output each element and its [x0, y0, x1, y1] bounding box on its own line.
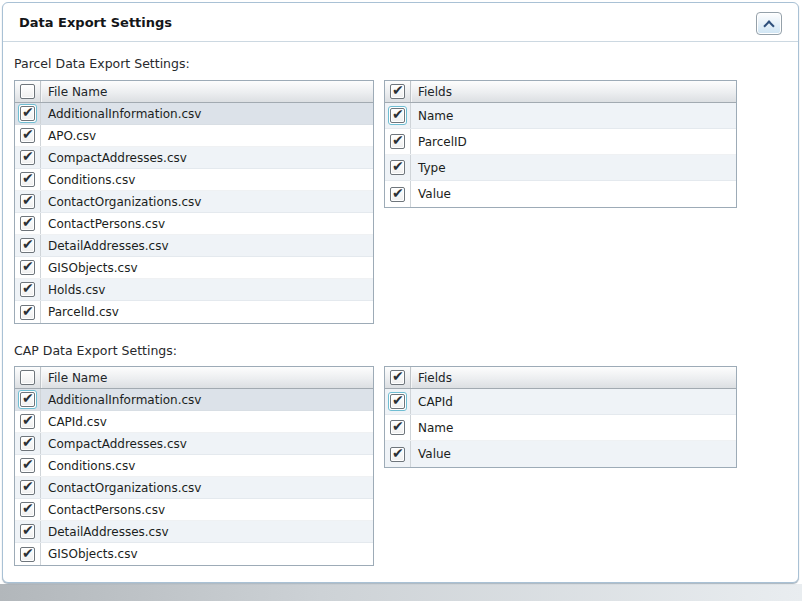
- select-all-checkbox[interactable]: [20, 370, 35, 385]
- table-body: AdditionalInformation.csvCAPId.csvCompac…: [15, 389, 373, 565]
- row-label: ContactOrganizations.csv: [41, 191, 373, 212]
- table-row[interactable]: ParcelID: [385, 129, 736, 155]
- row-label: Type: [411, 155, 736, 180]
- table-header-row: Fields: [385, 367, 736, 389]
- row-label: ContactPersons.csv: [41, 213, 373, 234]
- bottom-edge: [0, 584, 802, 601]
- row-label: DetailAddresses.csv: [41, 521, 373, 542]
- row-checkbox[interactable]: [390, 134, 405, 149]
- row-label: Conditions.csv: [41, 455, 373, 476]
- row-label: Value: [411, 441, 736, 467]
- row-label: APO.csv: [41, 125, 373, 146]
- table-row[interactable]: Value: [385, 181, 736, 207]
- table-row[interactable]: ContactPersons.csv: [15, 213, 373, 235]
- row-checkbox[interactable]: [20, 260, 35, 275]
- table-row[interactable]: CompactAddresses.csv: [15, 433, 373, 455]
- table-row[interactable]: Conditions.csv: [15, 455, 373, 477]
- row-label: ContactOrganizations.csv: [41, 477, 373, 498]
- checkbox-cell: [15, 125, 41, 146]
- select-all-checkbox[interactable]: [20, 84, 35, 99]
- table-row[interactable]: CAPId: [385, 389, 736, 415]
- table-row[interactable]: Conditions.csv: [15, 169, 373, 191]
- row-checkbox[interactable]: [20, 106, 35, 121]
- checkbox-cell: [15, 499, 41, 520]
- table-row[interactable]: DetailAddresses.csv: [15, 521, 373, 543]
- row-checkbox[interactable]: [20, 128, 35, 143]
- row-checkbox[interactable]: [20, 436, 35, 451]
- data-export-settings-page: Data Export Settings Parcel Data Export …: [0, 0, 802, 601]
- checkbox-cell: [15, 521, 41, 542]
- table-row[interactable]: DetailAddresses.csv: [15, 235, 373, 257]
- table-row[interactable]: Value: [385, 441, 736, 467]
- row-label: GISObjects.csv: [41, 257, 373, 278]
- table-row[interactable]: Type: [385, 155, 736, 181]
- table-row[interactable]: AdditionalInformation.csv: [15, 389, 373, 411]
- header-checkbox-cell: [15, 81, 41, 102]
- checkbox-cell: [15, 389, 41, 410]
- row-checkbox[interactable]: [20, 216, 35, 231]
- row-checkbox[interactable]: [390, 447, 405, 462]
- row-checkbox[interactable]: [390, 394, 405, 409]
- table-row[interactable]: AdditionalInformation.csv: [15, 103, 373, 125]
- row-checkbox[interactable]: [390, 160, 405, 175]
- checkbox-cell: [385, 389, 411, 414]
- row-checkbox[interactable]: [20, 172, 35, 187]
- column-header: File Name: [41, 81, 373, 102]
- table-row[interactable]: Holds.csv: [15, 279, 373, 301]
- row-checkbox[interactable]: [20, 238, 35, 253]
- checkbox-focus-ring: [18, 170, 37, 189]
- checkbox-cell: [385, 155, 411, 180]
- row-checkbox[interactable]: [20, 305, 35, 320]
- checkbox-focus-ring: [18, 412, 37, 431]
- row-checkbox[interactable]: [390, 108, 405, 123]
- row-checkbox[interactable]: [390, 420, 405, 435]
- page-title: Data Export Settings: [19, 3, 172, 42]
- table-row[interactable]: ContactPersons.csv: [15, 499, 373, 521]
- row-checkbox[interactable]: [20, 480, 35, 495]
- checkbox-focus-ring: [388, 418, 407, 437]
- row-checkbox[interactable]: [390, 187, 405, 202]
- row-checkbox[interactable]: [20, 150, 35, 165]
- checkbox-focus-ring: [18, 236, 37, 255]
- select-all-checkbox[interactable]: [390, 84, 405, 99]
- checkbox-cell: [385, 415, 411, 440]
- row-checkbox[interactable]: [20, 524, 35, 539]
- checkbox-focus-ring: [18, 522, 37, 541]
- table-row[interactable]: GISObjects.csv: [15, 257, 373, 279]
- checkbox-focus-ring: [18, 192, 37, 211]
- row-checkbox[interactable]: [20, 458, 35, 473]
- table-row[interactable]: APO.csv: [15, 125, 373, 147]
- checkbox-cell: [385, 441, 411, 467]
- row-checkbox[interactable]: [20, 502, 35, 517]
- row-checkbox[interactable]: [20, 392, 35, 407]
- row-checkbox[interactable]: [20, 547, 35, 562]
- collapse-button[interactable]: [756, 12, 782, 35]
- data-export-settings-panel: Data Export Settings Parcel Data Export …: [2, 2, 799, 583]
- panel-header: Data Export Settings: [3, 3, 798, 42]
- table-row[interactable]: CompactAddresses.csv: [15, 147, 373, 169]
- checkbox-focus-ring: [388, 445, 407, 464]
- table-header-row: File Name: [15, 81, 373, 103]
- table-row[interactable]: Name: [385, 103, 736, 129]
- table-row[interactable]: Name: [385, 415, 736, 441]
- table-row[interactable]: CAPId.csv: [15, 411, 373, 433]
- row-checkbox[interactable]: [20, 194, 35, 209]
- table-row[interactable]: ContactOrganizations.csv: [15, 477, 373, 499]
- row-label: CAPId.csv: [41, 411, 373, 432]
- section-label-parcel: Parcel Data Export Settings:: [14, 56, 190, 71]
- header-checkbox-cell: [385, 81, 411, 102]
- checkbox-cell: [15, 433, 41, 454]
- row-checkbox[interactable]: [20, 282, 35, 297]
- row-label: GISObjects.csv: [41, 543, 373, 565]
- checkbox-cell: [15, 543, 41, 565]
- table-body: AdditionalInformation.csvAPO.csvCompactA…: [15, 103, 373, 323]
- checkbox-focus-ring: [388, 132, 407, 151]
- table-row[interactable]: ParcelId.csv: [15, 301, 373, 323]
- row-checkbox[interactable]: [20, 414, 35, 429]
- select-all-checkbox[interactable]: [390, 370, 405, 385]
- row-label: CAPId: [411, 389, 736, 414]
- checkbox-focus-ring: [18, 368, 37, 387]
- table-row[interactable]: GISObjects.csv: [15, 543, 373, 565]
- checkbox-focus-ring: [18, 500, 37, 519]
- table-row[interactable]: ContactOrganizations.csv: [15, 191, 373, 213]
